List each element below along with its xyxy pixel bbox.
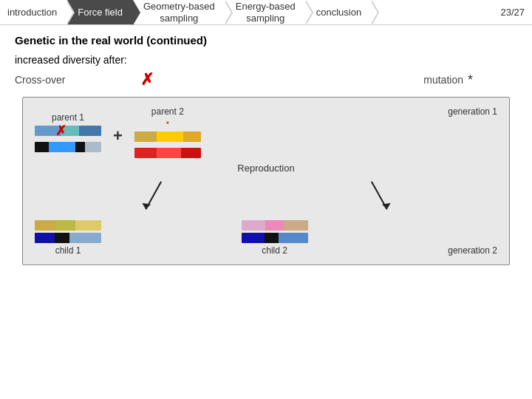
parent1-stack: ✗ <box>35 126 101 136</box>
c2t-seg1 <box>242 220 265 231</box>
nav-label-force-field: Force field <box>78 7 123 18</box>
arrow-left-icon <box>140 177 177 217</box>
c1t-seg1 <box>35 220 56 231</box>
mutation-group: mutation * <box>423 72 473 88</box>
parents-area: parent 1 ✗ <box>35 106 448 158</box>
cross-overlay-icon: ✗ <box>55 124 66 137</box>
parent2-label: parent 2 <box>151 106 184 117</box>
c2b-seg1 <box>242 233 265 243</box>
arrows-row <box>35 177 497 217</box>
child1-section: child 1 <box>35 220 101 256</box>
star-overlay: * <box>166 120 169 129</box>
nav-item-introduction[interactable]: introduction <box>0 0 67 24</box>
parent2-top-bar <box>134 132 201 142</box>
p2t-seg1 <box>134 132 157 142</box>
parent1-section: parent 1 ✗ <box>35 112 101 152</box>
nav-page-number: 23/27 <box>490 0 532 24</box>
mutation-label: mutation <box>423 74 463 86</box>
crossover-row: Cross-over ✗ mutation * <box>15 70 517 89</box>
crossover-label: Cross-over <box>15 74 81 86</box>
mutation-star: * <box>468 72 473 88</box>
nav-item-energy-sampling[interactable]: Energy-basedsampling <box>225 0 306 24</box>
gen1-label: generation 1 <box>448 106 497 117</box>
p1b-seg2 <box>49 142 75 152</box>
p2t-seg3 <box>183 132 201 142</box>
c1b-seg3 <box>69 233 101 243</box>
nav-item-conclusion[interactable]: conclusion <box>306 0 372 24</box>
p2b-seg2 <box>157 148 181 158</box>
parent1-top-bar <box>35 126 101 136</box>
nav-label-conclusion: conclusion <box>316 7 361 18</box>
p2t-seg2 <box>157 132 183 142</box>
child2-top-bar <box>242 220 308 231</box>
child1-top-bar <box>35 220 101 231</box>
c1t-seg2 <box>56 220 75 231</box>
p2b-seg1 <box>134 148 157 158</box>
gen2-label: generation 2 <box>448 245 497 256</box>
c1b-seg1 <box>35 233 55 243</box>
c2b-seg2 <box>265 233 279 243</box>
child2-label: child 2 <box>262 245 287 256</box>
p1b-seg3 <box>75 142 86 152</box>
c1t-seg3 <box>75 220 101 231</box>
child2-bot-bar <box>242 233 308 243</box>
c2t-seg3 <box>284 220 307 231</box>
parent2-section: parent 2 * <box>134 106 201 158</box>
nav-label-introduction: introduction <box>7 7 57 18</box>
c2b-seg3 <box>279 233 307 243</box>
child2-section: child 2 <box>242 220 308 256</box>
diagram-top-row: parent 1 ✗ <box>35 106 497 158</box>
nav-item-force-field[interactable]: Force field <box>67 0 133 24</box>
child1-label: child 1 <box>55 245 81 256</box>
c2t-seg2 <box>265 220 284 231</box>
diagram-box: parent 1 ✗ <box>22 97 510 265</box>
nav-label-energy-sampling: Energy-basedsampling <box>236 1 296 24</box>
p2b-seg3 <box>181 148 201 158</box>
main-content: Genetic in the real world (continued) in… <box>0 25 532 274</box>
reproduction-label: Reproduction <box>35 163 497 174</box>
parent2-bot-bar <box>134 148 201 158</box>
crossover-symbol: ✗ <box>140 70 154 89</box>
diversity-label: increased diversity after: <box>15 54 517 66</box>
parent1-label: parent 1 <box>52 112 84 123</box>
nav-label-geometry-sampling: Geometry-basedsampling <box>143 1 215 24</box>
parent1-bot-bar <box>35 142 101 152</box>
plus-sign: + <box>113 126 123 146</box>
navigation-bar: introduction Force field Geometry-baseds… <box>0 0 532 25</box>
p1b-seg1 <box>35 142 49 152</box>
gen2-row: child 1 child 2 generation 2 <box>35 220 497 256</box>
section-title: Genetic in the real world (continued) <box>15 34 517 47</box>
nav-item-geometry-sampling[interactable]: Geometry-basedsampling <box>133 0 225 24</box>
child1-bot-bar <box>35 233 101 243</box>
arrow-right-icon <box>356 177 393 217</box>
p1t-seg3 <box>79 126 101 136</box>
c1b-seg2 <box>55 233 69 243</box>
p1b-seg4 <box>85 142 101 152</box>
